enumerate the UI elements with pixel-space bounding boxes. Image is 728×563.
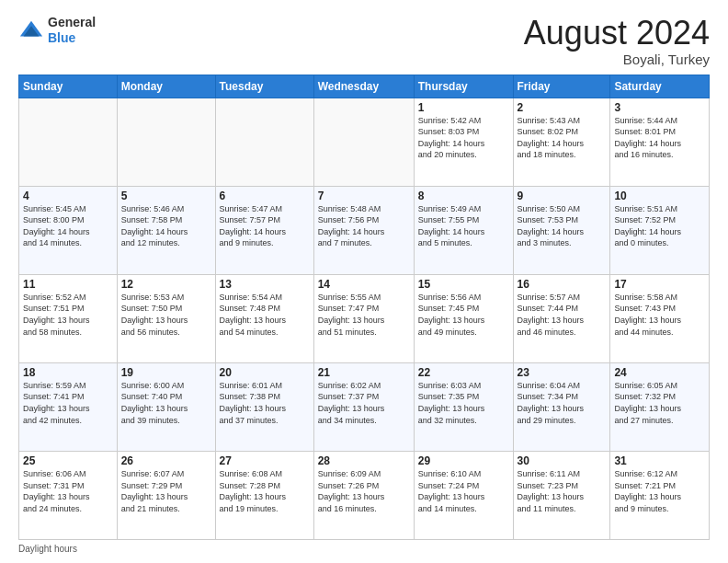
calendar-week-5: 25Sunrise: 6:06 AM Sunset: 7:31 PM Dayli… [19, 451, 710, 539]
day-info: Sunrise: 5:55 AM Sunset: 7:47 PM Dayligh… [318, 292, 410, 338]
calendar-week-4: 18Sunrise: 5:59 AM Sunset: 7:41 PM Dayli… [19, 362, 710, 451]
day-number: 26 [121, 454, 211, 467]
day-info: Sunrise: 6:12 AM Sunset: 7:21 PM Dayligh… [614, 468, 705, 514]
calendar-cell: 8Sunrise: 5:49 AM Sunset: 7:55 PM Daylig… [414, 186, 513, 274]
calendar-week-2: 4Sunrise: 5:45 AM Sunset: 8:00 PM Daylig… [19, 186, 710, 274]
day-number: 31 [614, 454, 705, 467]
day-number: 14 [318, 278, 410, 291]
day-number: 6 [220, 190, 310, 202]
day-info: Sunrise: 5:56 AM Sunset: 7:45 PM Dayligh… [418, 292, 509, 338]
day-info: Sunrise: 6:01 AM Sunset: 7:38 PM Dayligh… [220, 380, 310, 426]
calendar-cell: 1Sunrise: 5:42 AM Sunset: 8:03 PM Daylig… [414, 98, 513, 186]
day-info: Sunrise: 5:42 AM Sunset: 8:03 PM Dayligh… [418, 115, 509, 161]
calendar-cell: 16Sunrise: 5:57 AM Sunset: 7:44 PM Dayli… [513, 274, 610, 362]
day-info: Sunrise: 5:44 AM Sunset: 8:01 PM Dayligh… [614, 115, 705, 161]
calendar-cell: 22Sunrise: 6:03 AM Sunset: 7:35 PM Dayli… [414, 362, 513, 451]
day-number: 23 [518, 366, 607, 379]
calendar-week-1: 1Sunrise: 5:42 AM Sunset: 8:03 PM Daylig… [19, 98, 710, 186]
day-info: Sunrise: 5:50 AM Sunset: 7:53 PM Dayligh… [518, 203, 607, 249]
calendar-cell [117, 98, 215, 186]
page: General Blue August 2024 Boyali, Turkey … [0, 0, 728, 563]
calendar-cell: 5Sunrise: 5:46 AM Sunset: 7:58 PM Daylig… [117, 186, 215, 274]
logo-icon [18, 17, 44, 43]
day-number: 10 [614, 190, 705, 202]
calendar-cell [19, 98, 118, 186]
day-info: Sunrise: 6:02 AM Sunset: 7:37 PM Dayligh… [318, 380, 410, 426]
day-number: 5 [121, 190, 211, 202]
calendar-week-3: 11Sunrise: 5:52 AM Sunset: 7:51 PM Dayli… [19, 274, 710, 362]
calendar-cell: 6Sunrise: 5:47 AM Sunset: 7:57 PM Daylig… [215, 186, 313, 274]
day-number: 3 [614, 101, 705, 114]
calendar-cell: 21Sunrise: 6:02 AM Sunset: 7:37 PM Dayli… [313, 362, 414, 451]
day-info: Sunrise: 5:57 AM Sunset: 7:44 PM Dayligh… [518, 292, 607, 338]
day-number: 19 [121, 366, 211, 379]
day-number: 28 [318, 454, 410, 467]
day-info: Sunrise: 6:10 AM Sunset: 7:24 PM Dayligh… [418, 468, 509, 514]
day-number: 15 [418, 278, 509, 291]
day-number: 11 [23, 278, 113, 291]
day-header-monday: Monday [117, 75, 215, 98]
calendar-header-row: SundayMondayTuesdayWednesdayThursdayFrid… [19, 75, 710, 98]
calendar-cell: 28Sunrise: 6:09 AM Sunset: 7:26 PM Dayli… [313, 451, 414, 539]
day-header-thursday: Thursday [414, 75, 513, 98]
calendar-cell [313, 98, 414, 186]
calendar-cell: 2Sunrise: 5:43 AM Sunset: 8:02 PM Daylig… [513, 98, 610, 186]
day-header-sunday: Sunday [19, 75, 118, 98]
day-info: Sunrise: 5:53 AM Sunset: 7:50 PM Dayligh… [121, 292, 211, 338]
calendar-cell: 18Sunrise: 5:59 AM Sunset: 7:41 PM Dayli… [19, 362, 118, 451]
day-number: 30 [518, 454, 607, 467]
day-number: 2 [518, 101, 607, 114]
day-number: 29 [418, 454, 509, 467]
day-info: Sunrise: 5:59 AM Sunset: 7:41 PM Dayligh… [23, 380, 113, 426]
calendar: SundayMondayTuesdayWednesdayThursdayFrid… [18, 75, 710, 540]
calendar-cell: 17Sunrise: 5:58 AM Sunset: 7:43 PM Dayli… [610, 274, 710, 362]
calendar-cell: 25Sunrise: 6:06 AM Sunset: 7:31 PM Dayli… [19, 451, 118, 539]
day-number: 13 [220, 278, 310, 291]
calendar-cell: 3Sunrise: 5:44 AM Sunset: 8:01 PM Daylig… [610, 98, 710, 186]
calendar-cell: 30Sunrise: 6:11 AM Sunset: 7:23 PM Dayli… [513, 451, 610, 539]
day-number: 21 [318, 366, 410, 379]
day-number: 22 [418, 366, 509, 379]
footer-note: Daylight hours [18, 544, 710, 554]
calendar-cell [215, 98, 313, 186]
day-number: 4 [23, 190, 113, 202]
day-number: 27 [220, 454, 310, 467]
header: General Blue August 2024 Boyali, Turkey [18, 15, 710, 67]
day-header-tuesday: Tuesday [215, 75, 313, 98]
logo-general: General [48, 15, 96, 30]
day-number: 12 [121, 278, 211, 291]
day-info: Sunrise: 5:47 AM Sunset: 7:57 PM Dayligh… [220, 203, 310, 249]
calendar-cell: 24Sunrise: 6:05 AM Sunset: 7:32 PM Dayli… [610, 362, 710, 451]
logo-blue: Blue [48, 30, 96, 46]
main-title: August 2024 [524, 15, 710, 52]
day-info: Sunrise: 5:54 AM Sunset: 7:48 PM Dayligh… [220, 292, 310, 338]
day-info: Sunrise: 5:51 AM Sunset: 7:52 PM Dayligh… [614, 203, 705, 249]
day-info: Sunrise: 5:52 AM Sunset: 7:51 PM Dayligh… [23, 292, 113, 338]
subtitle: Boyali, Turkey [524, 52, 710, 67]
day-info: Sunrise: 6:07 AM Sunset: 7:29 PM Dayligh… [121, 468, 211, 514]
day-number: 17 [614, 278, 705, 291]
calendar-cell: 20Sunrise: 6:01 AM Sunset: 7:38 PM Dayli… [215, 362, 313, 451]
day-info: Sunrise: 6:11 AM Sunset: 7:23 PM Dayligh… [518, 468, 607, 514]
calendar-cell: 10Sunrise: 5:51 AM Sunset: 7:52 PM Dayli… [610, 186, 710, 274]
day-number: 7 [318, 190, 410, 202]
day-number: 20 [220, 366, 310, 379]
day-number: 16 [518, 278, 607, 291]
calendar-cell: 9Sunrise: 5:50 AM Sunset: 7:53 PM Daylig… [513, 186, 610, 274]
day-number: 1 [418, 101, 509, 114]
day-info: Sunrise: 5:48 AM Sunset: 7:56 PM Dayligh… [318, 203, 410, 249]
day-info: Sunrise: 6:03 AM Sunset: 7:35 PM Dayligh… [418, 380, 509, 426]
title-block: August 2024 Boyali, Turkey [524, 15, 710, 67]
calendar-cell: 31Sunrise: 6:12 AM Sunset: 7:21 PM Dayli… [610, 451, 710, 539]
day-number: 9 [518, 190, 607, 202]
calendar-cell: 14Sunrise: 5:55 AM Sunset: 7:47 PM Dayli… [313, 274, 414, 362]
logo: General Blue [18, 15, 96, 46]
calendar-cell: 26Sunrise: 6:07 AM Sunset: 7:29 PM Dayli… [117, 451, 215, 539]
day-number: 25 [23, 454, 113, 467]
day-info: Sunrise: 5:45 AM Sunset: 8:00 PM Dayligh… [23, 203, 113, 249]
day-info: Sunrise: 5:46 AM Sunset: 7:58 PM Dayligh… [121, 203, 211, 249]
day-info: Sunrise: 5:43 AM Sunset: 8:02 PM Dayligh… [518, 115, 607, 161]
day-info: Sunrise: 5:58 AM Sunset: 7:43 PM Dayligh… [614, 292, 705, 338]
calendar-cell: 13Sunrise: 5:54 AM Sunset: 7:48 PM Dayli… [215, 274, 313, 362]
day-info: Sunrise: 6:04 AM Sunset: 7:34 PM Dayligh… [518, 380, 607, 426]
